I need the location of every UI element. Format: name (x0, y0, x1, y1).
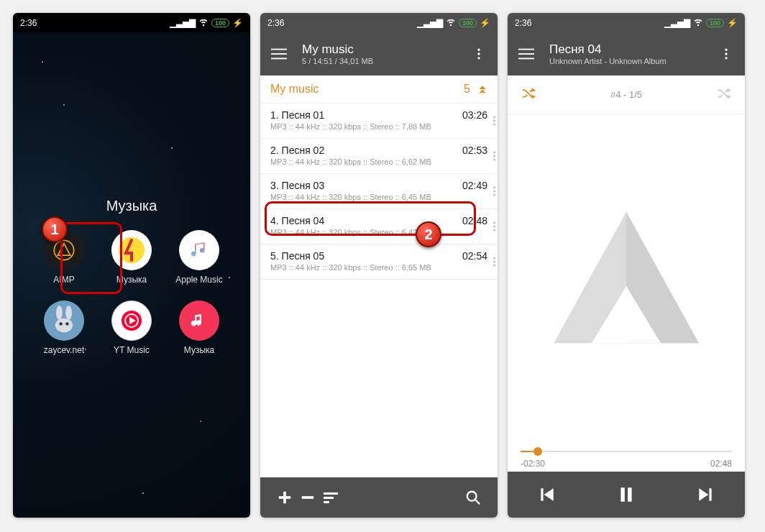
playback-controls (508, 472, 745, 518)
svg-rect-38 (620, 487, 624, 502)
collapse-icon[interactable] (477, 84, 487, 94)
battery-badge: 100 (706, 19, 724, 27)
playlist-count: 5 (464, 83, 470, 96)
svg-rect-20 (279, 496, 291, 499)
appbar-subtitle: 5 / 14:51 / 34,01 MB (302, 57, 456, 65)
svg-point-16 (477, 49, 480, 51)
wifi-icon (198, 17, 209, 29)
track-duration: 02:49 (462, 180, 487, 191)
track-title: 5. Песня 05 (270, 250, 324, 262)
svg-point-31 (725, 52, 727, 55)
bottom-toolbar (260, 477, 498, 518)
track-row[interactable]: 1. Песня 0103:26 MP3 :: 44 kHz :: 320 kb… (260, 104, 498, 139)
track-menu-icon[interactable] (493, 187, 495, 196)
add-button[interactable] (273, 486, 296, 509)
charging-icon: ⚡ (727, 18, 738, 28)
status-time: 2:36 (267, 18, 284, 28)
svg-line-26 (475, 500, 480, 504)
charging-icon: ⚡ (232, 18, 243, 28)
svg-rect-29 (518, 58, 534, 60)
search-button[interactable] (462, 486, 485, 509)
track-menu-icon[interactable] (493, 257, 495, 267)
app-music-generic[interactable]: Музыка (172, 301, 226, 355)
track-list: 1. Песня 0103:26 MP3 :: 44 kHz :: 320 kb… (260, 104, 498, 477)
shuffle-button[interactable] (521, 86, 536, 104)
track-row[interactable]: 4. Песня 0402:48 MP3 :: 44 kHz :: 320 kb… (260, 209, 498, 244)
now-playing-info: #4 - 1/5 (508, 75, 745, 114)
track-row[interactable]: 2. Песня 0202:53 MP3 :: 44 kHz :: 320 kb… (260, 139, 498, 174)
nowplaying-title: Песня 04 (549, 42, 703, 57)
svg-rect-15 (271, 58, 287, 60)
more-icon[interactable] (712, 40, 741, 68)
track-title: 1. Песня 01 (270, 109, 324, 121)
wifi-icon (446, 17, 456, 29)
svg-rect-14 (271, 53, 287, 55)
app-label: zaycev.net (44, 345, 84, 355)
remove-button[interactable] (296, 486, 319, 509)
elapsed-time: -02:30 (521, 459, 545, 469)
track-row[interactable]: 3. Песня 0302:49 MP3 :: 44 kHz :: 320 kb… (260, 174, 498, 209)
signal-icon: ▁▃▅▇ (170, 18, 196, 28)
app-label: AIMP (53, 275, 74, 285)
appbar-title: My music (302, 42, 456, 57)
app-yandex-music[interactable]: Музыка (104, 230, 159, 285)
svg-rect-27 (518, 49, 534, 50)
app-apple-music[interactable]: Apple Music (172, 230, 226, 285)
phone-nowplaying: 2:36 ▁▃▅▇ 100 ⚡ Песня 04 Unknown Artist … (508, 13, 745, 518)
svg-rect-24 (324, 501, 329, 503)
callout-badge-1: 1 (42, 216, 68, 242)
callout-badge-2: 2 (416, 221, 441, 247)
svg-rect-36 (541, 488, 543, 500)
svg-rect-23 (324, 497, 334, 499)
playlist-header[interactable]: My music 5 (260, 75, 498, 104)
svg-point-8 (59, 322, 62, 325)
app-label: Музыка (184, 345, 214, 355)
zaycev-icon (44, 301, 84, 341)
hamburger-icon[interactable] (265, 40, 293, 68)
pause-button[interactable] (612, 480, 641, 509)
app-yt-music[interactable]: YT Music (104, 301, 159, 355)
phone-playlist: 2:36 ▁▃▅▇ 100 ⚡ My music 5 / 14:51 / 34,… (260, 13, 498, 518)
app-label: Apple Music (175, 275, 222, 285)
status-bar: 2:36 ▁▃▅▇ 100 ⚡ (508, 13, 745, 32)
svg-rect-22 (324, 492, 338, 495)
status-time: 2:36 (515, 18, 531, 28)
app-zaycev[interactable]: zaycev.net (37, 301, 91, 355)
svg-point-30 (725, 49, 727, 51)
svg-point-18 (477, 57, 480, 59)
status-time: 2:36 (20, 18, 37, 28)
track-menu-icon[interactable] (493, 116, 495, 126)
svg-point-17 (477, 52, 480, 55)
svg-point-7 (65, 306, 72, 320)
track-meta: MP3 :: 44 kHz :: 320 kbps :: Stereo :: 6… (270, 157, 487, 166)
svg-rect-41 (709, 488, 711, 500)
track-menu-icon[interactable] (493, 222, 495, 231)
album-art-placeholder (508, 114, 745, 440)
app-grid: AIMP Музыка Apple Music zaycev.net (13, 230, 250, 355)
signal-icon: ▁▃▅▇ (664, 18, 690, 28)
seek-bar[interactable] (521, 447, 732, 456)
app-bar: My music 5 / 14:51 / 34,01 MB (260, 32, 498, 75)
track-title: 2. Песня 02 (270, 145, 324, 156)
more-icon[interactable] (464, 40, 493, 68)
hamburger-icon[interactable] (512, 40, 541, 68)
svg-point-5 (55, 318, 73, 333)
appbar-title-block: My music 5 / 14:51 / 34,01 MB (302, 42, 456, 65)
status-right: ▁▃▅▇ 100 ⚡ (170, 17, 243, 29)
prev-button[interactable] (533, 480, 562, 509)
track-meta: MP3 :: 44 kHz :: 320 kbps :: Stereo :: 6… (270, 263, 487, 272)
svg-point-9 (65, 322, 68, 325)
svg-marker-37 (544, 488, 554, 500)
svg-rect-13 (271, 49, 287, 50)
nowplaying-subtitle: Unknown Artist - Unknown Album (549, 57, 703, 65)
signal-icon: ▁▃▅▇ (417, 18, 443, 28)
next-button[interactable] (691, 480, 720, 509)
track-title: 3. Песня 03 (270, 180, 324, 191)
svg-point-32 (725, 57, 727, 59)
repeat-button[interactable] (716, 86, 732, 104)
music-icon (179, 301, 219, 341)
sort-button[interactable] (319, 486, 342, 509)
track-menu-icon[interactable] (493, 152, 495, 161)
app-label: Музыка (116, 275, 147, 285)
track-row[interactable]: 5. Песня 0502:54 MP3 :: 44 kHz :: 320 kb… (260, 244, 498, 280)
